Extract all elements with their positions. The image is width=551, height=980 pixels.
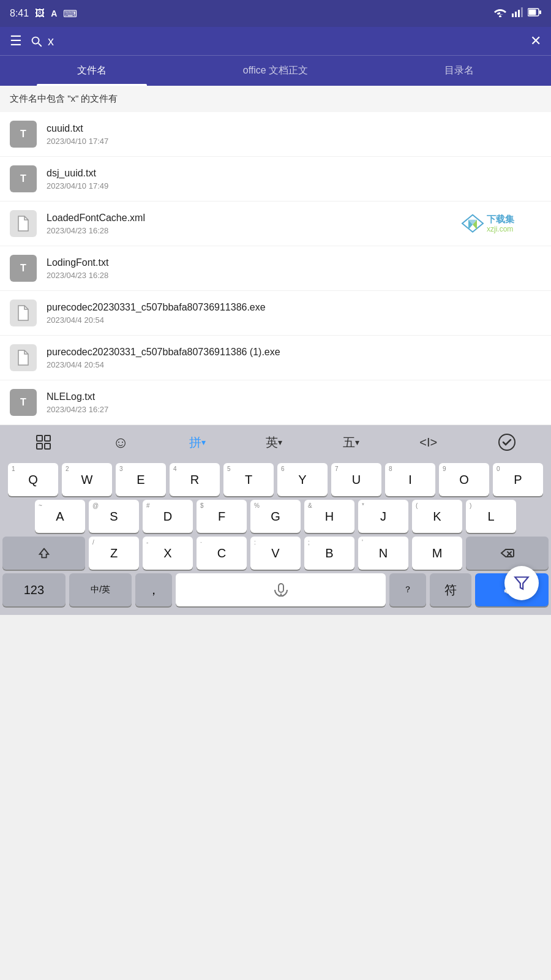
ime-english-btn[interactable]: 英▾ [260,431,288,454]
close-icon[interactable]: ✕ [530,33,541,49]
ime-cursor-btn[interactable]: <I> [413,432,443,453]
signal-icon [512,7,523,20]
svg-rect-3 [518,10,520,17]
file-date: 2023/04/10 17:49 [47,181,541,190]
file-date: 2023/04/4 20:54 [47,315,541,325]
key-symbol[interactable]: 符 [430,573,471,606]
file-date: 2023/04/4 20:54 [47,360,541,369]
ime-apps-icon[interactable] [29,430,58,454]
key-E[interactable]: 3E [116,463,166,496]
list-item[interactable]: T dsj_uuid.txt 2023/04/10 17:49 [0,157,551,202]
key-space[interactable] [176,573,385,606]
file-name: purecodec20230331_c507bbafa80736911386.e… [47,302,541,313]
key-V[interactable]: :V [250,537,301,570]
key-F[interactable]: $F [197,500,247,533]
filter-fab[interactable] [504,566,539,600]
key-M[interactable]: M [412,537,462,570]
svg-rect-6 [529,10,536,15]
search-input[interactable]: x [48,34,523,48]
wifi-icon [493,7,507,20]
key-D[interactable]: #D [143,500,193,533]
tab-filename[interactable]: 文件名 [0,56,184,86]
key-W[interactable]: 2W [62,463,112,496]
list-item[interactable]: purecodec20230331_c507bbafa80736911386 (… [0,336,551,380]
file-name: dsj_uuid.txt [47,168,541,179]
file-name: LodingFont.txt [47,257,541,268]
key-backspace[interactable] [466,537,549,570]
file-name: purecodec20230331_c507bbafa80736911386 (… [47,347,541,358]
file-date: 2023/04/23 16:28 [47,271,541,280]
key-K[interactable]: (K [412,500,462,533]
ime-emoji-icon[interactable]: ☺ [107,429,135,456]
key-comma[interactable]: ， [135,573,172,606]
search-bar[interactable]: x [29,34,523,48]
file-date: 2023/04/23 16:27 [47,405,541,414]
svg-rect-19 [279,584,283,592]
key-I[interactable]: 8I [385,463,435,496]
key-A[interactable]: ~A [35,500,85,533]
list-item[interactable]: purecodec20230331_c507bbafa80736911386.e… [0,291,551,336]
photo-icon: 🖼 [35,8,45,19]
keyboard-row-3: /Z -X ·C :V ;B 'N M [2,537,549,570]
key-R[interactable]: 4R [170,463,220,496]
list-item[interactable]: T LodingFont.txt 2023/04/23 16:28 [0,246,551,291]
microphone-icon [272,583,290,597]
key-lang-switch[interactable]: 中/英 [69,573,132,606]
key-123[interactable]: 123 [2,573,66,606]
status-bar: 8:41 🖼 A ⌨ [0,0,551,27]
file-type-icon [10,210,37,237]
list-item[interactable]: T NLELog.txt 2023/04/23 16:27 [0,380,551,425]
key-L[interactable]: )L [466,500,516,533]
file-type-icon [10,344,37,371]
keyboard: 1Q 2W 3E 4R 5T 6Y 7U 8I 9O 0P ~A @S #D $… [0,459,551,615]
key-S[interactable]: @S [89,500,139,533]
ime-pinyin-btn[interactable]: 拼▾ [183,431,212,454]
key-J[interactable]: *J [358,500,408,533]
key-O[interactable]: 9O [439,463,489,496]
file-list: T cuuid.txt 2023/04/10 17:47 T dsj_uuid.… [0,112,551,425]
key-U[interactable]: 7U [331,463,381,496]
svg-point-0 [499,15,501,17]
svg-rect-12 [37,435,42,441]
key-Y[interactable]: 6Y [277,463,328,496]
svg-rect-4 [521,7,523,17]
key-N[interactable]: 'N [358,537,408,570]
keyboard-row-bottom: 123 中/英 ， ？ 符 [2,573,549,609]
file-type-icon: T [10,165,37,192]
key-P[interactable]: 0P [493,463,543,496]
keyboard-row-2: ~A @S #D $F %G &H *J (K )L [2,500,549,533]
watermark-logo [461,214,484,233]
ime-wubi-btn[interactable]: 五▾ [337,431,365,454]
key-Z[interactable]: /Z [89,537,139,570]
list-item[interactable]: T cuuid.txt 2023/04/10 17:47 [0,112,551,157]
ime-done-icon[interactable] [492,429,522,455]
menu-icon[interactable]: ☰ [10,33,22,49]
key-shift[interactable] [2,537,85,570]
watermark-url: xzji.com [487,225,514,233]
keyboard-icon: ⌨ [63,8,77,20]
key-B[interactable]: ;B [304,537,354,570]
key-X[interactable]: -X [143,537,193,570]
tabs: 文件名 office 文档正文 目录名 [0,55,551,86]
status-right [493,7,541,20]
key-C[interactable]: ·C [197,537,247,570]
file-type-icon [10,300,37,326]
file-type-icon: T [10,255,37,282]
tab-office[interactable]: office 文档正文 [184,56,367,86]
key-question[interactable]: ？ [389,573,426,606]
search-icon [29,34,43,48]
watermark-text: 下载集 [487,214,514,225]
svg-rect-7 [539,10,541,14]
svg-rect-14 [37,443,42,449]
file-date: 2023/04/10 17:47 [47,137,541,146]
key-Q[interactable]: 1Q [8,463,58,496]
key-G[interactable]: %G [250,500,301,533]
list-item[interactable]: LoadedFontCache.xml 2023/04/23 16:28 下载集… [0,202,551,246]
watermark: 下载集 xzji.com [461,214,514,233]
key-H[interactable]: &H [304,500,354,533]
status-time: 8:41 [10,8,29,19]
svg-rect-2 [515,12,517,17]
key-T[interactable]: 5T [223,463,274,496]
tab-dirname[interactable]: 目录名 [367,56,551,86]
file-name: NLELog.txt [47,391,541,402]
